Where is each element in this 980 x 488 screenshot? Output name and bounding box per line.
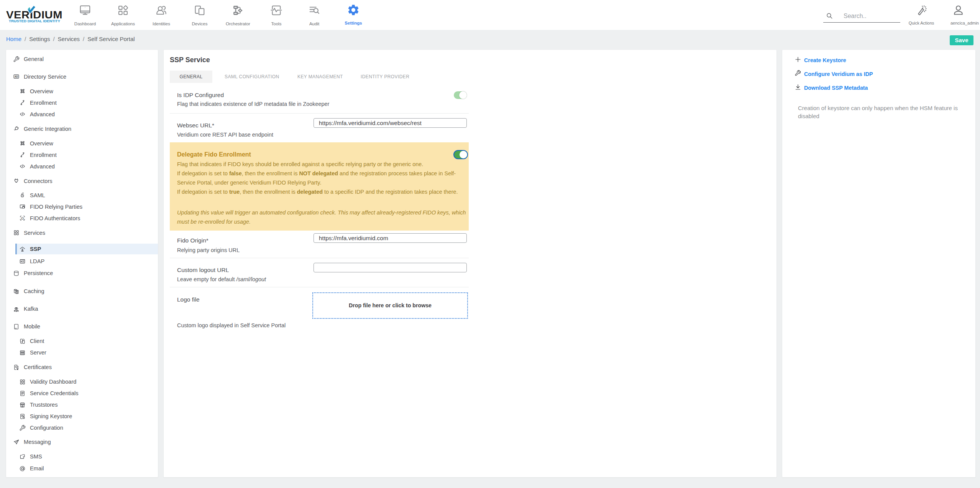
svg-text:Ω: Ω: [21, 216, 24, 220]
svg-text:TRUSTED DIGITAL IDENTITY: TRUSTED DIGITAL IDENTITY: [9, 19, 60, 23]
svg-text:AD: AD: [15, 75, 18, 78]
